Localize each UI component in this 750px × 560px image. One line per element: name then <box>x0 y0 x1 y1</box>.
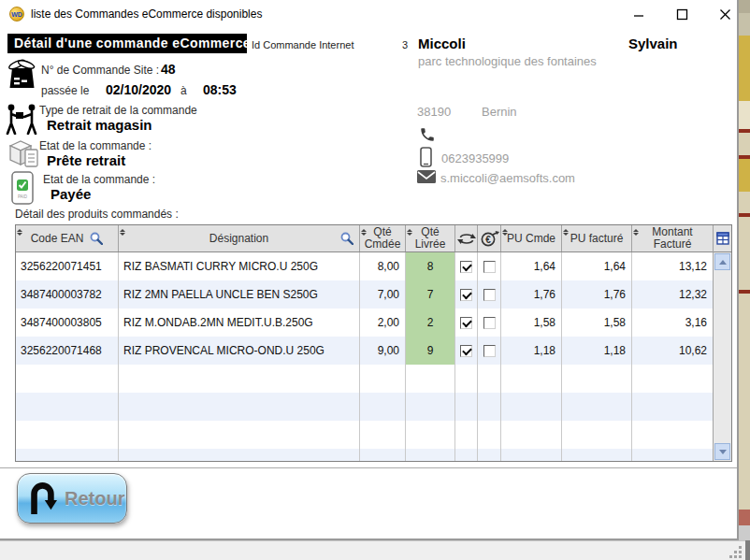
header-qty-delivered-label: Qté Livrée <box>415 226 446 250</box>
cell-ean: 3256220071468 <box>16 337 119 365</box>
cell-price-checkbox[interactable] <box>478 337 501 365</box>
cell-pu-cmde: 1,18 <box>501 337 562 365</box>
cell-sync-checkbox[interactable] <box>455 280 478 309</box>
cell-pu-cmde: 1,58 <box>501 309 562 337</box>
table-row[interactable]: 3487400003782 RIZ 2MN PAELLA UNCLE BEN S… <box>16 280 713 309</box>
checkbox-unchecked[interactable] <box>483 317 496 329</box>
table-scrollbar[interactable] <box>713 225 731 461</box>
cell-qty-ordered: 8,00 <box>360 252 406 280</box>
empty-row <box>16 393 713 421</box>
header-qty-delivered[interactable]: Qté Livrée <box>406 225 455 251</box>
cell-montant: 13,12 <box>632 252 713 280</box>
table-row[interactable]: 3256220071451 RIZ BASMATI CURRY MICRO.U … <box>16 252 713 280</box>
cell-price-checkbox[interactable] <box>478 309 501 337</box>
products-table-content: Code EAN Désignation Qté Cmdée <box>16 225 713 461</box>
products-section-label: Détail des produits commandés : <box>15 208 179 221</box>
cell-montant: 3,16 <box>632 309 713 337</box>
desktop: WD liste des Commandes eCommerce disponi… <box>0 0 750 560</box>
header-pu-facture-label: PU facturé <box>570 233 624 245</box>
sort-arrows-icon <box>502 226 510 237</box>
products-table: Code EAN Désignation Qté Cmdée <box>15 224 732 462</box>
site-order-label: N° de Commande Site : <box>41 64 159 77</box>
header-pu-cmde[interactable]: PU Cmde <box>501 225 562 251</box>
parent-window-bottom-bar <box>0 540 750 560</box>
sort-arrows-icon <box>563 226 570 237</box>
header-pu-cmde-label: PU Cmde <box>507 233 555 245</box>
email-icon <box>417 170 436 183</box>
header-montant-label: Montant Facturé <box>652 226 692 250</box>
scroll-down-button[interactable] <box>714 443 730 460</box>
checkbox-checked[interactable] <box>460 289 472 301</box>
postal-code: 38190 <box>417 105 451 119</box>
header-pu-facture[interactable]: PU facturé <box>562 225 632 251</box>
euro-coin-icon: € <box>480 230 499 247</box>
table-row[interactable]: 3487400003805 RIZ M.ONDAB.2MN MEDIT.U.B.… <box>16 309 713 337</box>
scroll-up-icon <box>719 256 727 265</box>
city: Bernin <box>482 105 517 119</box>
checkbox-checked[interactable] <box>460 345 472 357</box>
back-button[interactable]: Retour <box>17 473 127 524</box>
site-order-number: 48 <box>161 62 176 77</box>
cell-designation: RIZ 2MN PAELLA UNCLE BEN S250G <box>119 280 360 309</box>
mobile-phone-icon <box>420 147 432 167</box>
cell-pu-facture: 1,64 <box>562 252 632 280</box>
title-bar[interactable]: WD liste des Commandes eCommerce disponi… <box>0 0 737 28</box>
empty-row <box>16 365 713 393</box>
search-icon[interactable] <box>90 232 103 245</box>
close-button[interactable] <box>710 4 739 24</box>
internet-order-id-value: 3 <box>402 39 408 50</box>
cell-qty-ordered: 2,00 <box>360 309 406 337</box>
u-turn-arrow-icon <box>27 480 57 517</box>
cell-qty-ordered: 7,00 <box>360 280 406 309</box>
paid-phone-icon: PAID <box>11 171 36 206</box>
checkbox-unchecked[interactable] <box>483 345 496 357</box>
footer-divider <box>0 467 738 468</box>
table-row[interactable]: 3256220071468 RIZ PROVENCAL MICRO-OND.U … <box>16 337 713 365</box>
cell-pu-facture: 1,76 <box>562 280 632 309</box>
cell-price-checkbox[interactable] <box>478 280 501 309</box>
order-time: 08:53 <box>203 82 237 97</box>
cell-pu-facture: 1,58 <box>562 309 632 337</box>
header-sync-column[interactable] <box>455 225 478 251</box>
parent-window-edge <box>745 540 750 560</box>
pickup-type-value: Retrait magasin <box>47 117 152 133</box>
checkbox-checked[interactable] <box>460 317 472 329</box>
header-designation-label: Désignation <box>209 233 268 245</box>
cell-sync-checkbox[interactable] <box>455 252 478 280</box>
phone-icon <box>419 126 436 143</box>
minimize-button[interactable] <box>624 4 654 24</box>
header-montant-facture[interactable]: Montant Facturé <box>632 225 713 251</box>
cell-designation: RIZ BASMATI CURRY MICRO.U 250G <box>119 252 360 280</box>
checkbox-unchecked[interactable] <box>483 289 496 301</box>
sort-arrows-icon <box>17 226 24 237</box>
email-address: s.miccoli@aemsofts.com <box>440 171 575 185</box>
payment-state-value: Payée <box>50 186 91 202</box>
empty-row <box>16 421 713 449</box>
sort-arrows-icon <box>361 226 368 237</box>
header-designation[interactable]: Désignation <box>119 225 360 251</box>
cell-sync-checkbox[interactable] <box>455 337 478 365</box>
header-qty-ordered[interactable]: Qté Cmdée <box>360 225 406 251</box>
maximize-button[interactable] <box>667 4 697 24</box>
cell-pu-cmde: 1,64 <box>501 252 562 280</box>
at-label: à <box>180 84 187 97</box>
cell-ean: 3256220071451 <box>16 252 119 280</box>
customer-address: parc technologique des fontaines <box>418 54 597 68</box>
cell-montant: 10,62 <box>632 337 713 365</box>
internet-order-id-label: Id Commande Internet <box>252 39 353 50</box>
checkbox-checked[interactable] <box>460 261 472 273</box>
scroll-up-button[interactable] <box>714 253 730 270</box>
table-menu-corner[interactable] <box>714 225 731 252</box>
order-state-label: Etat de la commande : <box>39 139 151 152</box>
cell-price-checkbox[interactable] <box>478 252 501 280</box>
table-grid-icon[interactable] <box>716 232 729 245</box>
checkbox-unchecked[interactable] <box>483 261 496 273</box>
search-icon[interactable] <box>340 232 353 245</box>
sync-arrows-icon <box>457 231 476 247</box>
header-code-ean[interactable]: Code EAN <box>16 225 119 251</box>
order-detail-window: WD liste des Commandes eCommerce disponi… <box>0 0 739 540</box>
cell-sync-checkbox[interactable] <box>455 309 478 337</box>
resize-grip-icon[interactable] <box>728 545 743 559</box>
header-price-column[interactable]: € <box>478 225 501 251</box>
window-title: liste des Commandes eCommerce disponible… <box>31 7 262 21</box>
